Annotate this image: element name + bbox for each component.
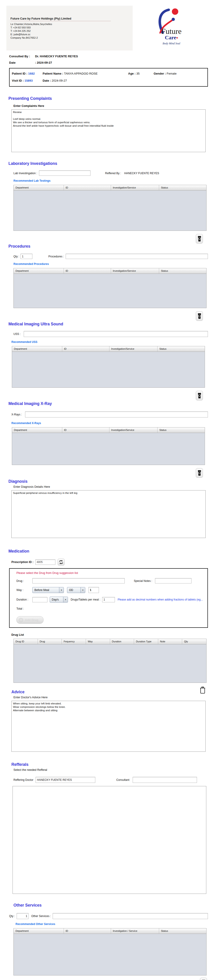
plus-circle-icon: + [19, 618, 23, 622]
decimal-note: Please add as decimal numbers when addin… [117, 598, 205, 601]
reffering-doctor-label: Reffering Doctor [13, 778, 33, 781]
visit-id-value: 15893 [24, 79, 32, 82]
uss-table-header: Department ID Investigation/Service Stat… [12, 346, 205, 352]
clear-uss-table-button[interactable] [196, 391, 203, 401]
consultation-date-line: Date : 2024-09-27 [9, 61, 212, 64]
lab-col-investigation: Investigation/Service [111, 185, 159, 191]
patient-row-1: Patient ID : 1682 Patient Name : TANYA A… [12, 72, 205, 75]
xray-col-department: Department [12, 428, 62, 433]
duration-label: Duration : [16, 598, 32, 601]
recommended-uss-link[interactable]: Recommended USS [11, 340, 37, 344]
company-registration-number: Company No.8417652-2 [11, 36, 111, 40]
trash-recycle-icon [198, 470, 201, 476]
way-row: Way : Before Meal ▼ OD ▼ [16, 587, 205, 593]
company-phone-1: T: +24 82 593 593 [11, 26, 111, 29]
refferal-list-box [13, 786, 206, 894]
visit-date-value: 2024-09-27 [52, 79, 67, 82]
clear-other-services-button[interactable] [200, 978, 207, 980]
refferal-doctor-row: Reffering Doctor Consultant [13, 777, 212, 783]
chevron-down-icon: ▼ [63, 597, 68, 602]
diagnosis-title: Diagnosis [8, 479, 212, 484]
drug-list-header: Drug ID Drug Fequency Way Duration Durat… [14, 639, 206, 644]
clear-advice-button[interactable] [200, 686, 206, 694]
visit-date-label: Date : [43, 79, 51, 82]
uss-input[interactable] [24, 331, 208, 337]
drug-col-duration: Duration [110, 639, 134, 644]
drug-list-table: Drug ID Drug Fequency Way Duration Durat… [13, 639, 207, 683]
company-header: Future Care by Future Holdings (Pty) Lim… [6, 6, 201, 51]
drug-list-label: Drug List [11, 633, 212, 636]
drug-label: Drug : [16, 579, 32, 582]
lab-table-body [14, 191, 206, 231]
per-meal-input[interactable] [102, 597, 115, 602]
prescription-id-input[interactable] [35, 560, 55, 565]
patient-gender-field: Gender : Female [154, 72, 177, 75]
procedures-qty-input[interactable] [21, 254, 32, 259]
lab-investigation-input[interactable] [39, 170, 90, 176]
other-qty-label: Qty : [9, 915, 15, 918]
clear-procedures-table-button[interactable] [196, 311, 203, 321]
consulted-by-label: Consulted By : [9, 54, 34, 58]
other-qty-input[interactable] [17, 913, 29, 919]
advice-textarea[interactable]: When sitting, keep your left limb elevat… [11, 701, 206, 752]
clear-xray-table-button[interactable] [196, 468, 203, 478]
add-drug-button[interactable]: + Add Drug [16, 616, 43, 624]
drug-col-qty: Qty [182, 639, 206, 644]
frequency-select[interactable]: OD ▼ [67, 587, 85, 593]
lab-col-id: ID [64, 185, 111, 191]
xray-title: Medical Imaging X-Ray [8, 401, 212, 406]
company-email: E: jude@future.sc [11, 33, 111, 36]
meal-timing-select[interactable]: Before Meal ▼ [32, 587, 64, 593]
other-services-input[interactable] [53, 913, 208, 919]
ultrasound-title: Medical Imaging Ultra Sound [8, 322, 212, 326]
duration-input[interactable] [32, 597, 47, 602]
patient-name-value: TANYA APPADOO ROSE [64, 72, 98, 75]
way-qty-input[interactable] [88, 587, 99, 593]
recommended-lab-testings-link[interactable]: Recommended Lab Testings [13, 179, 50, 182]
procedures-col-department: Department [14, 268, 64, 274]
duration-unit-select[interactable]: Day/s ▼ [50, 597, 68, 603]
uss-label: USS : [13, 332, 21, 336]
other-col-investigation: Investigation / Service [111, 928, 159, 934]
procedures-table-header: Department ID Investigation/Service Stat… [14, 268, 206, 274]
company-logo: Future Care♥ Body Mind Soul [133, 6, 201, 51]
refresh-prescription-button[interactable] [58, 558, 64, 565]
recommended-xray-link[interactable]: Recommended X-Rays [11, 422, 41, 425]
lab-reffered-by-label: Reffered By : [105, 172, 121, 175]
patient-row-2: Visit ID : 15893 Date : 2024-09-27 [12, 79, 205, 82]
xray-col-id: ID [62, 428, 109, 433]
uss-col-investigation: Investigation/Service [109, 346, 157, 352]
prescription-id-label: Prescription ID : [11, 560, 34, 564]
reffering-doctor-input[interactable] [35, 777, 95, 783]
special-notes-input[interactable] [155, 578, 191, 584]
duration-row: Duration : Day/s ▼ Drugs/Tablets per mea… [16, 597, 205, 603]
procedures-col-investigation: Investigation/Service [111, 268, 159, 274]
drug-row: Drug : Special Notes : [16, 578, 205, 584]
total-row: Total : [16, 607, 205, 610]
consultant-input[interactable] [133, 777, 197, 783]
way-label: Way : [16, 589, 32, 592]
consulted-by-value: Dr. HANECKY FUENTE REYES [35, 54, 78, 58]
clear-lab-table-button[interactable] [196, 234, 203, 243]
laboratory-investigations-title: Laboratory Investigations [8, 161, 212, 166]
recommended-procedures-link[interactable]: Recommended Procedures [13, 262, 49, 266]
xray-input[interactable] [25, 412, 208, 417]
drug-col-way: Way [86, 639, 110, 644]
procedures-input[interactable] [66, 254, 208, 259]
recommended-other-services-link[interactable]: Recommended Other Services [16, 923, 55, 926]
other-col-status: Status [159, 928, 206, 934]
consultation-date-value: : 2024-09-27 [35, 61, 52, 64]
refresh-icon [59, 560, 63, 564]
complaints-textarea[interactable]: Review Leef deep veins normal. We see a … [11, 109, 206, 152]
prescription-row: Prescription ID : [11, 558, 212, 565]
total-label: Total : [16, 607, 32, 610]
diagnosis-textarea[interactable]: Superficial peripheral venous insufficie… [11, 490, 206, 538]
patient-age-value: 35 [137, 72, 140, 75]
lab-table: Department ID Investigation/Service Stat… [13, 185, 207, 231]
company-info: Future Care by Future Holdings (Pty) Lim… [6, 6, 111, 51]
uss-table: Department ID Investigation/Service Stat… [12, 346, 205, 388]
consultation-form-page: Future Care by Future Holdings (Pty) Lim… [0, 6, 212, 980]
drug-input[interactable] [32, 578, 125, 584]
trash-recycle-icon [198, 313, 201, 319]
lab-col-department: Department [14, 185, 64, 191]
